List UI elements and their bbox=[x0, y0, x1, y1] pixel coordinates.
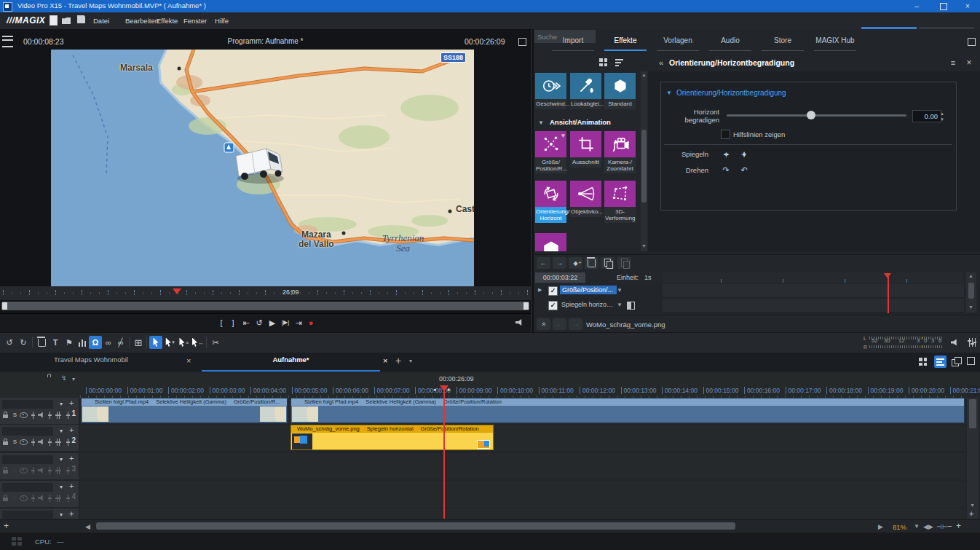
horizon-value-input[interactable]: 0.00 bbox=[912, 110, 941, 122]
row-enabled-checkbox[interactable] bbox=[548, 286, 558, 296]
audio-fade-handle[interactable] bbox=[46, 411, 54, 419]
mute-icon[interactable] bbox=[37, 411, 45, 419]
effect-tile-orientierung-horizont[interactable]: Orientierung/ Horizont bbox=[535, 181, 566, 223]
unit-value[interactable]: 1s bbox=[644, 274, 652, 281]
multicam-mode-icon[interactable] bbox=[952, 359, 959, 368]
effect-badge-icon[interactable] bbox=[477, 440, 490, 449]
track-add-icon[interactable]: + bbox=[69, 398, 74, 407]
track-lane-3[interactable] bbox=[80, 453, 965, 479]
solo-button[interactable]: S bbox=[11, 438, 19, 446]
preview-range-scrollbar[interactable] bbox=[1, 302, 529, 310]
row-dropdown-icon[interactable]: ▼ bbox=[617, 287, 623, 294]
copy-keyframe-button[interactable] bbox=[601, 257, 615, 269]
timeline-vscrollbar[interactable]: ▼ + bbox=[967, 398, 979, 519]
audio-fade-handle[interactable] bbox=[46, 466, 54, 474]
global-automation-icon[interactable]: ↯ bbox=[61, 374, 67, 382]
track-lane-1[interactable]: Sizilien folgt Pfad.mp4Selektive Helligk… bbox=[80, 398, 965, 424]
preview-playhead[interactable] bbox=[173, 288, 181, 294]
scroll-left-icon[interactable]: ◀ bbox=[85, 523, 90, 530]
add-tab-button[interactable]: + bbox=[395, 355, 401, 366]
effect-tile-objektivkorrektur[interactable]: Objektivko... bbox=[570, 181, 601, 217]
mixer-button[interactable] bbox=[965, 336, 979, 349]
timeline-playhead-line[interactable] bbox=[443, 386, 445, 519]
tab-list-dropdown-icon[interactable]: ▾ bbox=[409, 358, 412, 364]
curve-fade-handle[interactable] bbox=[64, 494, 72, 502]
tab-magix-hub[interactable]: MAGIX Hub bbox=[810, 36, 861, 51]
add-track-button[interactable]: + bbox=[969, 509, 973, 518]
clip-womo-png[interactable]: WoMo_schräg_vorne.pngSpiegeln horizontal… bbox=[291, 425, 494, 450]
track-name-input[interactable] bbox=[2, 483, 53, 492]
detail-menu-icon[interactable] bbox=[947, 56, 960, 69]
zoom-out-button[interactable]: − bbox=[947, 522, 952, 530]
menu-effekte[interactable]: Effekte bbox=[157, 17, 178, 25]
range-out-button[interactable]: ] bbox=[229, 317, 237, 329]
menu-fenster[interactable]: Fenster bbox=[183, 17, 207, 25]
effect-tile-kamera-zoomfahrt[interactable]: Kamera-/ Zoomfahrt bbox=[604, 131, 636, 173]
save-project-button[interactable] bbox=[77, 15, 87, 25]
track-dropdown-icon[interactable]: ▾ bbox=[60, 401, 63, 407]
solo-button[interactable]: S bbox=[11, 466, 19, 474]
expand-row-icon[interactable]: ▶ bbox=[538, 287, 542, 293]
value-spinner-up[interactable]: ▲ bbox=[940, 111, 944, 116]
track-add-icon[interactable]: + bbox=[69, 425, 74, 434]
horizon-slider-handle[interactable] bbox=[807, 111, 815, 119]
scroll-thumb[interactable] bbox=[969, 399, 976, 428]
menu-datei[interactable]: Datei bbox=[93, 17, 109, 25]
maximize-button[interactable] bbox=[938, 1, 948, 11]
rotate-ccw-button[interactable] bbox=[738, 165, 751, 176]
tab-effekte[interactable]: Effekte bbox=[600, 36, 651, 51]
audio-fade-handle[interactable] bbox=[46, 494, 54, 502]
timeline-mode-icon[interactable] bbox=[934, 355, 947, 368]
tab-audio[interactable]: Audio bbox=[705, 36, 756, 51]
scroll-down-icon[interactable]: ▼ bbox=[970, 503, 975, 508]
audio-fade-handle[interactable] bbox=[46, 438, 54, 446]
panel-undock-button[interactable] bbox=[968, 38, 976, 46]
rotate-cw-button[interactable] bbox=[719, 165, 732, 176]
redo-button[interactable] bbox=[17, 336, 30, 349]
lock-icon[interactable] bbox=[1, 494, 9, 502]
marker-button[interactable] bbox=[63, 336, 76, 349]
monitor-volume-button[interactable] bbox=[948, 336, 961, 349]
track-name-input[interactable] bbox=[2, 427, 53, 436]
video-fade-handle[interactable] bbox=[29, 494, 37, 502]
keyframe-scrollbar[interactable]: ▲ ▼ bbox=[966, 272, 976, 313]
curve-fade-handle[interactable] bbox=[64, 438, 72, 446]
track-dropdown-icon[interactable]: ▾ bbox=[60, 428, 63, 434]
row-enabled-checkbox[interactable] bbox=[548, 301, 558, 310]
mute-icon[interactable] bbox=[37, 494, 45, 502]
object-zoom-button[interactable] bbox=[132, 336, 145, 349]
transition-handle[interactable] bbox=[54, 494, 62, 502]
flip-horizontal-button[interactable] bbox=[719, 149, 732, 160]
delete-keyframe-button[interactable] bbox=[585, 257, 598, 269]
keyframe-timecode[interactable]: 00:00:03:22 bbox=[535, 272, 585, 283]
track-add-icon[interactable]: + bbox=[69, 454, 74, 463]
zoom-level-value[interactable]: 81% bbox=[893, 523, 906, 531]
row-mode-icon[interactable] bbox=[627, 302, 635, 310]
add-keyframe-button[interactable] bbox=[569, 257, 582, 269]
track-visibility-icon[interactable] bbox=[20, 411, 28, 419]
range-in-button[interactable]: [ bbox=[217, 317, 226, 329]
ungroup-button[interactable] bbox=[114, 336, 127, 349]
split-button[interactable] bbox=[209, 336, 222, 349]
zoom-fit-project-icon[interactable]: ⊣⊢ bbox=[936, 523, 948, 530]
hilfslinien-checkbox[interactable] bbox=[721, 130, 730, 139]
play-button[interactable] bbox=[266, 317, 278, 329]
prev-object-button[interactable] bbox=[553, 318, 566, 330]
loop-playback-button[interactable] bbox=[253, 317, 265, 329]
effect-tile-ausschnitt[interactable]: Ausschnitt bbox=[570, 131, 601, 168]
effects-scrollbar[interactable]: ▲ ▼ bbox=[641, 71, 647, 251]
clip-sizilien-2[interactable]: Sizilien folgt Pfad.mp4Selektive Helligk… bbox=[291, 398, 965, 423]
global-dropdown-icon[interactable]: ▾ bbox=[72, 376, 75, 382]
scroll-right-icon[interactable]: ▶ bbox=[878, 523, 883, 530]
track-name-input[interactable] bbox=[2, 400, 53, 409]
video-fade-handle[interactable] bbox=[29, 466, 37, 474]
curve-fade-handle[interactable] bbox=[64, 411, 72, 419]
scroll-down-icon[interactable]: ▼ bbox=[641, 243, 647, 248]
tab-import[interactable]: Import bbox=[548, 36, 598, 51]
track-dropdown-icon[interactable]: ▾ bbox=[60, 511, 63, 518]
next-object-button[interactable] bbox=[569, 318, 582, 330]
row-dropdown-icon[interactable]: ▼ bbox=[617, 302, 623, 308]
track-lane-4[interactable] bbox=[80, 481, 965, 507]
keyframe-row-size-position[interactable]: ▶ Größe/Position/... ▼ bbox=[534, 284, 980, 298]
track-name-input[interactable] bbox=[2, 455, 53, 464]
